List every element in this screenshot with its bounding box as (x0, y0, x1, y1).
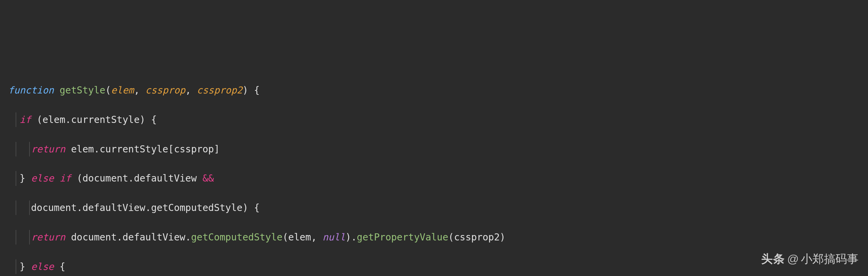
keyword-return: return (31, 144, 65, 155)
param: cssprop (145, 85, 185, 96)
keyword-function: function (8, 85, 54, 96)
code-line: if (elem.currentStyle) { (8, 112, 861, 127)
watermark-brand: 头条 (761, 250, 785, 268)
method-call: getComputedStyle (191, 232, 282, 243)
code-line: function getStyle(elem, cssprop, cssprop… (8, 83, 861, 98)
keyword-return: return (31, 232, 65, 243)
param: elem (111, 85, 134, 96)
param: cssprop2 (197, 85, 242, 96)
code-line: return document.defaultView.getComputedS… (8, 230, 861, 245)
watermark-author: 小郑搞码事 (801, 250, 859, 268)
operator-and: && (197, 173, 214, 184)
method-call: getPropertyValue (357, 232, 448, 243)
watermark: 头条 @小郑搞码事 (761, 250, 859, 268)
keyword-else: else (25, 261, 60, 272)
code-block: function getStyle(elem, cssprop, cssprop… (8, 68, 861, 276)
null-literal: null (322, 232, 345, 243)
code-line: return elem.currentStyle[cssprop] (8, 142, 861, 156)
function-name: getStyle (60, 85, 105, 96)
code-line: } else { (8, 259, 861, 274)
keyword-else: else (25, 173, 60, 184)
watermark-at: @ (787, 250, 799, 268)
keyword-if: if (20, 114, 31, 125)
keyword-if: if (60, 173, 71, 184)
code-line: } else if (document.defaultView && (8, 171, 861, 186)
code-line: document.defaultView.getComputedStyle) { (8, 200, 861, 215)
